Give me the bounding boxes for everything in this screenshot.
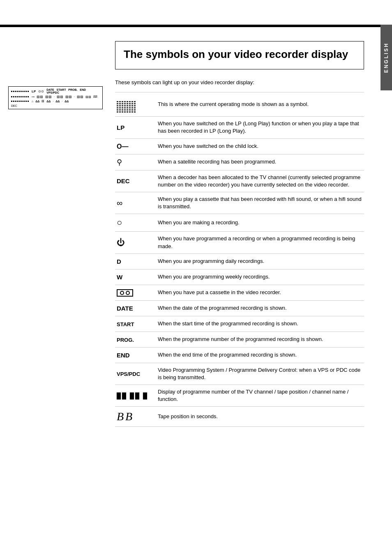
table-row: O―When you have switched on the child lo… [115, 138, 364, 154]
table-row: ⚲When a satellite recording has been pro… [115, 154, 364, 170]
symbol-cell-display-blocks: ▉▉ ▉▉ ▉ [115, 385, 156, 407]
table-row: DWhen you are programming daily recordin… [115, 253, 364, 269]
desc-cell-start: When the start time of the programmed re… [156, 316, 364, 332]
symbol-cell-timer: ⏻ [115, 232, 156, 253]
desc-cell-satellite: When a satellite recording has been prog… [156, 154, 364, 170]
symbol-cell-dec: DEC [115, 170, 156, 192]
desc-cell-dec: When a decoder has been allocated to the… [156, 170, 364, 192]
title-box: The symbols on your video recorder displ… [115, 41, 364, 69]
symbol-cell-vps: VPS/PDC [115, 363, 156, 385]
symbol-cell-lp: LP [115, 117, 156, 138]
desc-cell-prog: When the programme number of the program… [156, 332, 364, 347]
desc-cell-daily: When you are programming daily recording… [156, 253, 364, 269]
symbol-cell-start: START [115, 316, 156, 332]
desc-cell-tape-seconds: Tape position in seconds. [156, 407, 364, 427]
sidebar-tab: ENGLISH [380, 25, 392, 90]
table-row: ∞When you play a cassette that has been … [115, 192, 364, 214]
table-row: STARTWhen the start time of the programm… [115, 316, 364, 332]
symbol-cell-date: DATE [115, 300, 156, 316]
table-row: WWhen you are programming weekly recordi… [115, 269, 364, 285]
symbol-cell-cassette [115, 285, 156, 300]
top-border [0, 25, 392, 27]
desc-cell-lp: When you have switched on the LP (Long P… [156, 117, 364, 138]
table-row: DATEWhen the date of the programmed reco… [115, 300, 364, 316]
desc-cell-hifi: When you play a cassette that has been r… [156, 192, 364, 214]
table-row: ENDWhen the end time of the programmed r… [115, 347, 364, 363]
main-content: The symbols on your video recorder displ… [0, 33, 380, 443]
symbol-cell-tape-seconds: ΒΒ [115, 407, 156, 427]
desc-cell-recording: When you are making a recording. [156, 214, 364, 232]
table-row: VPS/PDCVideo Programming System / Progra… [115, 363, 364, 385]
symbol-cell-hifi: ∞ [115, 192, 156, 214]
symbol-cell-childlock: O― [115, 138, 156, 154]
desc-cell-date: When the date of the programmed recordin… [156, 300, 364, 316]
symbol-cell-end: END [115, 347, 156, 363]
sidebar-label: ENGLISH [383, 42, 389, 73]
table-row: ΒΒTape position in seconds. [115, 407, 364, 427]
symbol-cell-satellite: ⚲ [115, 154, 156, 170]
symbols-table: This is where the current operating mode… [115, 92, 364, 427]
page-title: The symbols on your video recorder displ… [124, 48, 355, 61]
table-row: PROG.When the programme number of the pr… [115, 332, 364, 347]
table-row: ▉▉ ▉▉ ▉Display of programme number of th… [115, 385, 364, 407]
table-row: When you have put a cassette in the vide… [115, 285, 364, 300]
intro-text: These symbols can light up on your video… [115, 79, 364, 85]
symbol-cell-operating-mode [115, 92, 156, 117]
table-row: DECWhen a decoder has been allocated to … [115, 170, 364, 192]
table-row: ○When you are making a recording. [115, 214, 364, 232]
desc-cell-timer: When you have programmed a recording or … [156, 232, 364, 253]
desc-cell-childlock: When you have switched on the child lock… [156, 138, 364, 154]
desc-cell-operating-mode: This is where the current operating mode… [156, 92, 364, 117]
table-row: LPWhen you have switched on the LP (Long… [115, 117, 364, 138]
symbol-cell-weekly: W [115, 269, 156, 285]
symbol-cell-daily: D [115, 253, 156, 269]
desc-cell-cassette: When you have put a cassette in the vide… [156, 285, 364, 300]
symbol-cell-recording: ○ [115, 214, 156, 232]
desc-cell-end: When the end time of the programmed reco… [156, 347, 364, 363]
desc-cell-vps: Video Programming System / Programme Del… [156, 363, 364, 385]
table-row: ⏻When you have programmed a recording or… [115, 232, 364, 253]
table-row: This is where the current operating mode… [115, 92, 364, 117]
desc-cell-weekly: When you are programming weekly recordin… [156, 269, 364, 285]
desc-cell-display-blocks: Display of programme number of the TV ch… [156, 385, 364, 407]
symbol-cell-prog: PROG. [115, 332, 156, 347]
